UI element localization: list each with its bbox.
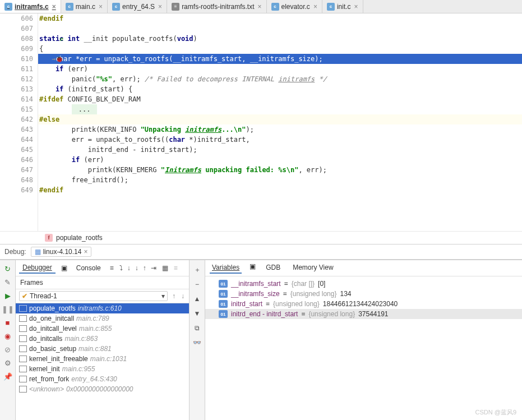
frame-item[interactable]: kernel_init_freeable main.c:1031 [16, 354, 189, 364]
frame-item[interactable]: kernel_init main.c:955 [16, 364, 189, 374]
step-over-icon[interactable]: ⤵ [119, 264, 123, 272]
line-number[interactable]: 648 [0, 175, 33, 185]
line-number[interactable]: 606 [0, 13, 33, 24]
stop-button[interactable]: ■ [3, 317, 13, 327]
line-number[interactable]: 610→🐞 [0, 54, 33, 64]
frame-item[interactable]: do_one_initcall main.c:789 [16, 313, 189, 324]
variable-row[interactable]: 01__initramfs_start = {char []} [0] [205, 279, 522, 289]
prev-frame-button[interactable]: ↑ [171, 292, 177, 300]
frame-item[interactable]: do_initcall_level main.c:855 [16, 324, 189, 334]
close-icon[interactable]: × [354, 3, 358, 11]
line-number[interactable]: 607 [0, 24, 33, 34]
line-number[interactable]: 649 [0, 185, 33, 195]
variables-tab[interactable]: Variables [210, 262, 242, 274]
frame-item[interactable]: do_basic_setup main.c:881 [16, 344, 189, 354]
up-button[interactable]: ▲ [192, 294, 202, 304]
variables-toolbar: ＋ − ▲ ▼ ⧉ 👓 [190, 260, 205, 420]
close-icon[interactable]: × [313, 3, 317, 11]
line-number[interactable]: 642 [0, 114, 33, 124]
frame-item[interactable]: do_initcalls main.c:863 [16, 334, 189, 344]
frame-icon [19, 386, 27, 393]
line-number[interactable]: 613 [0, 84, 33, 94]
tab-main[interactable]: cmain.c× [61, 0, 108, 13]
mute-breakpoints-button[interactable]: ⊘ [3, 344, 13, 354]
variable-row[interactable]: 01initrd_start = {unsigned long} 1844661… [205, 299, 522, 309]
close-icon[interactable]: × [99, 3, 103, 11]
line-number[interactable]: 643 [0, 124, 33, 135]
add-watch-button[interactable]: ＋ [192, 265, 202, 275]
var-badge-icon: 01 [219, 280, 228, 288]
pause-button[interactable]: ❚❚ [3, 304, 13, 314]
remove-watch-button[interactable]: − [192, 279, 202, 289]
view-breakpoints-button[interactable]: ◉ [3, 331, 13, 341]
variable-row[interactable]: 01__initramfs_size = {unsigned long} 134 [205, 289, 522, 299]
code-area[interactable]: #endif static int __init populate_rootfs… [38, 13, 522, 231]
watermark: CSDN @蓝风9 [475, 408, 516, 417]
more-icon[interactable]: ≡ [174, 264, 178, 272]
c-file-icon: c [112, 3, 120, 11]
variables-tabs: Variables ▣ GDB Memory View [205, 260, 522, 276]
show-watches-button[interactable]: 👓 [192, 338, 202, 348]
fold-placeholder[interactable]: ... [72, 104, 98, 114]
line-number[interactable]: 611 [0, 64, 33, 74]
memory-view-tab[interactable]: Memory View [290, 262, 335, 274]
breakpoint-icon[interactable]: →🐞 [52, 54, 63, 64]
copy-button[interactable]: ⧉ [192, 323, 202, 333]
line-number[interactable]: 612 [0, 74, 33, 84]
force-step-into-icon[interactable]: ↓ [135, 264, 138, 272]
debug-config-name: linux-4.10.14 [43, 248, 82, 256]
tab-entry64[interactable]: centry_64.S× [108, 0, 167, 13]
frame-item[interactable]: <unknown> 0x0000000000000000 [16, 384, 189, 394]
tab-initramfs[interactable]: cinitramfs.c× [0, 0, 61, 13]
debug-config[interactable]: ▦ linux-4.10.14 × [31, 247, 92, 257]
check-icon: ✔ [22, 292, 27, 300]
tab-elevator[interactable]: celevator.c× [267, 0, 322, 13]
line-number[interactable]: 647 [0, 165, 33, 175]
line-number[interactable]: 614 [0, 94, 33, 104]
gdb-icon: ▣ [250, 262, 256, 274]
var-badge-icon: 01 [219, 290, 228, 298]
show-exec-point-icon[interactable]: ≡ [110, 264, 114, 272]
close-icon[interactable]: × [52, 3, 56, 11]
next-frame-button[interactable]: ↓ [180, 292, 186, 300]
close-icon[interactable]: × [158, 3, 162, 11]
debug-config-icon: ▦ [35, 248, 41, 256]
line-number[interactable]: 609 [0, 44, 33, 54]
thread-selector-row: ✔ Thread-1 ▾ ↑ ↓ [16, 289, 189, 303]
variable-row[interactable]: 01initrd_end - initrd_start = {unsigned … [205, 309, 522, 319]
close-icon[interactable]: × [84, 248, 87, 256]
settings-button[interactable]: ⚙ [3, 358, 13, 368]
frame-icon [19, 366, 27, 372]
thread-dropdown[interactable]: ✔ Thread-1 ▾ [19, 291, 168, 301]
close-icon[interactable]: × [257, 3, 261, 11]
line-number[interactable]: 646 [0, 155, 33, 165]
console-tab[interactable]: Console [73, 263, 104, 273]
gdb-tab[interactable]: GDB [264, 262, 283, 274]
evaluate-icon[interactable]: ▦ [162, 264, 168, 272]
frame-item[interactable]: ret_from_fork entry_64.S:430 [16, 374, 189, 384]
current-execution-line: char *err = unpack_to_rootfs(__initramfs… [38, 54, 522, 64]
c-file-icon: c [327, 3, 335, 11]
down-button[interactable]: ▼ [192, 308, 202, 319]
tab-ramfs-txt[interactable]: ≡ramfs-rootfs-initramfs.txt× [167, 0, 266, 13]
line-number[interactable]: 645 [0, 145, 33, 155]
tab-init[interactable]: cinit.c× [322, 0, 363, 13]
line-number[interactable]: 644 [0, 135, 33, 145]
pin-button[interactable]: 📌 [3, 371, 13, 381]
breadcrumb-function[interactable]: populate_rootfs [56, 234, 103, 242]
line-number[interactable]: 615 [0, 104, 33, 114]
debugger-tab[interactable]: Debugger [19, 262, 56, 274]
rerun-button[interactable]: ↻ [3, 264, 13, 274]
run-to-cursor-icon[interactable]: ⇥ [151, 264, 156, 272]
resume-button[interactable]: ▶ [3, 290, 13, 301]
editor: 606 607 608⇄ 609 610→🐞 611 612 613 614 6… [0, 13, 522, 231]
line-number[interactable]: 608⇄ [0, 34, 33, 44]
var-badge-icon: 01 [219, 300, 228, 308]
debug-label: Debug: [4, 248, 26, 256]
step-out-icon[interactable]: ↑ [143, 264, 146, 272]
step-into-icon[interactable]: ↓ [127, 264, 131, 272]
tab-label: initramfs.c [15, 3, 49, 11]
variables-list: 01__initramfs_start = {char []} [0] 01__… [205, 276, 522, 420]
modify-run-button[interactable]: ✎ [3, 277, 13, 287]
frame-item[interactable]: populate_rootfs initramfs.c:610 [16, 303, 189, 313]
